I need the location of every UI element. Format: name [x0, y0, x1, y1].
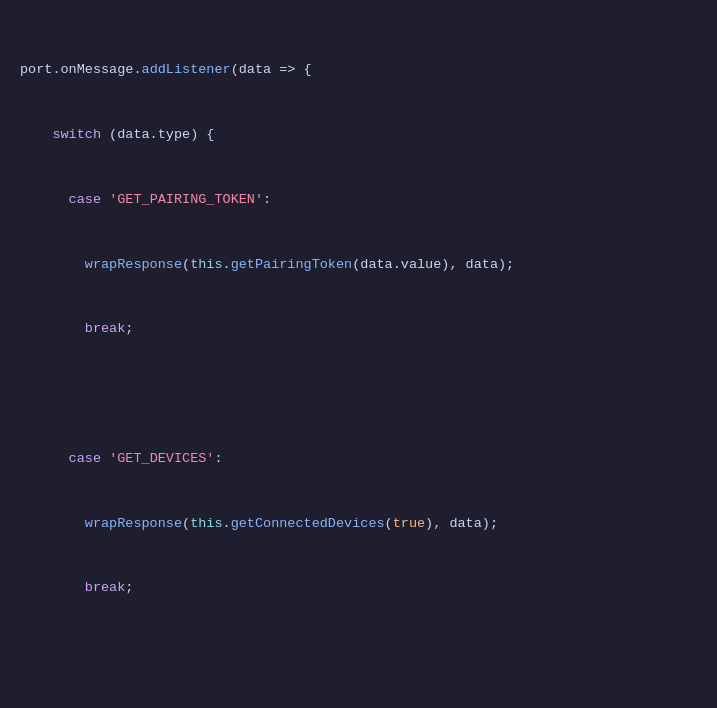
line-7: case 'GET_DEVICES':	[20, 448, 697, 470]
line-10	[20, 642, 697, 664]
line-9: break;	[20, 577, 697, 599]
code-editor: port.onMessage.addListener(data => { swi…	[20, 16, 697, 708]
line-2: switch (data.type) {	[20, 124, 697, 146]
line-1: port.onMessage.addListener(data => {	[20, 59, 697, 81]
line-4: wrapResponse(this.getPairingToken(data.v…	[20, 254, 697, 276]
line-5: break;	[20, 318, 697, 340]
line-3: case 'GET_PAIRING_TOKEN':	[20, 189, 697, 211]
line-6	[20, 383, 697, 405]
line-8: wrapResponse(this.getConnectedDevices(tr…	[20, 513, 697, 535]
